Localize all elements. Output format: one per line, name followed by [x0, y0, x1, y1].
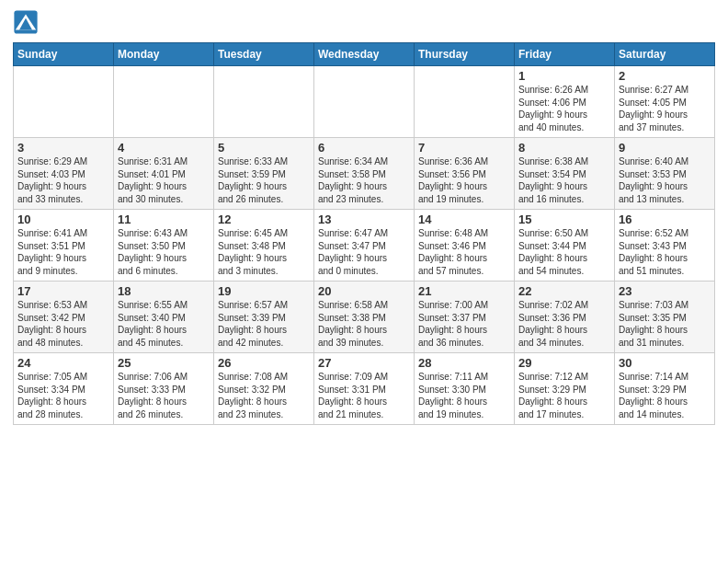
- calendar-cell: 17Sunrise: 6:53 AM Sunset: 3:42 PM Dayli…: [14, 282, 114, 353]
- day-info: Sunrise: 6:55 AM Sunset: 3:40 PM Dayligh…: [118, 299, 210, 349]
- calendar-cell: [214, 66, 314, 138]
- day-info: Sunrise: 6:27 AM Sunset: 4:05 PM Dayligh…: [619, 84, 711, 133]
- day-number: 25: [118, 356, 210, 370]
- day-info: Sunrise: 6:52 AM Sunset: 3:43 PM Dayligh…: [619, 227, 711, 277]
- calendar-cell: 6Sunrise: 6:34 AM Sunset: 3:58 PM Daylig…: [314, 138, 415, 210]
- calendar-header-monday: Monday: [114, 43, 214, 66]
- day-number: 1: [518, 69, 610, 83]
- day-number: 8: [518, 141, 610, 155]
- day-info: Sunrise: 6:50 AM Sunset: 3:44 PM Dayligh…: [518, 227, 610, 277]
- calendar-cell: 14Sunrise: 6:48 AM Sunset: 3:46 PM Dayli…: [415, 210, 515, 282]
- day-info: Sunrise: 6:40 AM Sunset: 3:53 PM Dayligh…: [619, 155, 711, 205]
- day-info: Sunrise: 7:11 AM Sunset: 3:30 PM Dayligh…: [418, 371, 510, 420]
- calendar-header-tuesday: Tuesday: [214, 43, 314, 66]
- day-info: Sunrise: 6:38 AM Sunset: 3:54 PM Dayligh…: [518, 155, 610, 205]
- calendar-cell: 10Sunrise: 6:41 AM Sunset: 3:51 PM Dayli…: [14, 210, 114, 282]
- calendar-cell: 25Sunrise: 7:06 AM Sunset: 3:33 PM Dayli…: [114, 353, 214, 425]
- calendar-cell: 18Sunrise: 6:55 AM Sunset: 3:40 PM Dayli…: [114, 282, 214, 353]
- day-info: Sunrise: 7:12 AM Sunset: 3:29 PM Dayligh…: [518, 371, 610, 420]
- calendar-header-thursday: Thursday: [415, 43, 515, 66]
- day-info: Sunrise: 7:02 AM Sunset: 3:36 PM Dayligh…: [518, 299, 610, 349]
- day-number: 3: [17, 141, 109, 155]
- calendar-header-friday: Friday: [515, 43, 615, 66]
- day-info: Sunrise: 6:36 AM Sunset: 3:56 PM Dayligh…: [418, 155, 510, 205]
- day-info: Sunrise: 6:33 AM Sunset: 3:59 PM Dayligh…: [218, 155, 310, 205]
- day-info: Sunrise: 6:31 AM Sunset: 4:01 PM Dayligh…: [118, 155, 210, 205]
- day-number: 5: [218, 141, 310, 155]
- day-info: Sunrise: 6:47 AM Sunset: 3:47 PM Dayligh…: [318, 227, 410, 277]
- calendar-cell: 28Sunrise: 7:11 AM Sunset: 3:30 PM Dayli…: [415, 353, 515, 425]
- calendar-cell: 27Sunrise: 7:09 AM Sunset: 3:31 PM Dayli…: [314, 353, 415, 425]
- calendar-header-row: SundayMondayTuesdayWednesdayThursdayFrid…: [14, 43, 715, 66]
- calendar-cell: [14, 66, 114, 138]
- calendar-cell: [114, 66, 214, 138]
- day-info: Sunrise: 7:06 AM Sunset: 3:33 PM Dayligh…: [118, 371, 210, 420]
- day-number: 21: [418, 284, 510, 298]
- calendar-week-1: 3Sunrise: 6:29 AM Sunset: 4:03 PM Daylig…: [14, 138, 715, 210]
- page-header: [13, 9, 715, 35]
- calendar-cell: 2Sunrise: 6:27 AM Sunset: 4:05 PM Daylig…: [615, 66, 715, 138]
- day-info: Sunrise: 7:00 AM Sunset: 3:37 PM Dayligh…: [418, 299, 510, 349]
- day-number: 19: [218, 284, 310, 298]
- calendar-header-wednesday: Wednesday: [314, 43, 415, 66]
- day-info: Sunrise: 7:14 AM Sunset: 3:29 PM Dayligh…: [619, 371, 711, 420]
- day-number: 23: [619, 284, 711, 298]
- day-number: 2: [619, 69, 711, 83]
- day-number: 13: [318, 213, 410, 226]
- day-number: 14: [418, 213, 510, 226]
- day-number: 26: [218, 356, 310, 370]
- calendar-cell: 22Sunrise: 7:02 AM Sunset: 3:36 PM Dayli…: [515, 282, 615, 353]
- calendar-cell: 24Sunrise: 7:05 AM Sunset: 3:34 PM Dayli…: [14, 353, 114, 425]
- calendar-cell: 30Sunrise: 7:14 AM Sunset: 3:29 PM Dayli…: [615, 353, 715, 425]
- calendar-header-sunday: Sunday: [14, 43, 114, 66]
- day-number: 4: [118, 141, 210, 155]
- day-number: 12: [218, 213, 310, 226]
- day-info: Sunrise: 6:45 AM Sunset: 3:48 PM Dayligh…: [218, 227, 310, 277]
- calendar-cell: 5Sunrise: 6:33 AM Sunset: 3:59 PM Daylig…: [214, 138, 314, 210]
- logo: [13, 9, 42, 35]
- day-number: 15: [518, 213, 610, 226]
- day-number: 16: [619, 213, 711, 226]
- day-info: Sunrise: 6:41 AM Sunset: 3:51 PM Dayligh…: [17, 227, 109, 277]
- calendar-cell: 9Sunrise: 6:40 AM Sunset: 3:53 PM Daylig…: [615, 138, 715, 210]
- calendar-week-2: 10Sunrise: 6:41 AM Sunset: 3:51 PM Dayli…: [14, 210, 715, 282]
- day-number: 9: [619, 141, 711, 155]
- calendar-cell: 13Sunrise: 6:47 AM Sunset: 3:47 PM Dayli…: [314, 210, 415, 282]
- day-info: Sunrise: 7:08 AM Sunset: 3:32 PM Dayligh…: [218, 371, 310, 420]
- day-number: 18: [118, 284, 210, 298]
- day-number: 29: [518, 356, 610, 370]
- day-info: Sunrise: 6:57 AM Sunset: 3:39 PM Dayligh…: [218, 299, 310, 349]
- logo-icon: [13, 9, 39, 35]
- calendar-cell: [415, 66, 515, 138]
- calendar-cell: 8Sunrise: 6:38 AM Sunset: 3:54 PM Daylig…: [515, 138, 615, 210]
- day-info: Sunrise: 6:43 AM Sunset: 3:50 PM Dayligh…: [118, 227, 210, 277]
- calendar-cell: [314, 66, 415, 138]
- calendar-cell: 23Sunrise: 7:03 AM Sunset: 3:35 PM Dayli…: [615, 282, 715, 353]
- calendar-header-saturday: Saturday: [615, 43, 715, 66]
- day-info: Sunrise: 7:03 AM Sunset: 3:35 PM Dayligh…: [619, 299, 711, 349]
- calendar-cell: 21Sunrise: 7:00 AM Sunset: 3:37 PM Dayli…: [415, 282, 515, 353]
- day-number: 7: [418, 141, 510, 155]
- day-info: Sunrise: 6:58 AM Sunset: 3:38 PM Dayligh…: [318, 299, 410, 349]
- day-number: 27: [318, 356, 410, 370]
- day-info: Sunrise: 7:05 AM Sunset: 3:34 PM Dayligh…: [17, 371, 109, 420]
- day-info: Sunrise: 6:29 AM Sunset: 4:03 PM Dayligh…: [17, 155, 109, 205]
- day-number: 30: [619, 356, 711, 370]
- calendar-cell: 16Sunrise: 6:52 AM Sunset: 3:43 PM Dayli…: [615, 210, 715, 282]
- day-number: 17: [17, 284, 109, 298]
- day-info: Sunrise: 7:09 AM Sunset: 3:31 PM Dayligh…: [318, 371, 410, 420]
- day-number: 22: [518, 284, 610, 298]
- calendar-cell: 12Sunrise: 6:45 AM Sunset: 3:48 PM Dayli…: [214, 210, 314, 282]
- calendar-cell: 29Sunrise: 7:12 AM Sunset: 3:29 PM Dayli…: [515, 353, 615, 425]
- calendar-cell: 26Sunrise: 7:08 AM Sunset: 3:32 PM Dayli…: [214, 353, 314, 425]
- calendar-cell: 20Sunrise: 6:58 AM Sunset: 3:38 PM Dayli…: [314, 282, 415, 353]
- calendar-cell: 11Sunrise: 6:43 AM Sunset: 3:50 PM Dayli…: [114, 210, 214, 282]
- calendar-week-0: 1Sunrise: 6:26 AM Sunset: 4:06 PM Daylig…: [14, 66, 715, 138]
- calendar-week-3: 17Sunrise: 6:53 AM Sunset: 3:42 PM Dayli…: [14, 282, 715, 353]
- day-info: Sunrise: 6:48 AM Sunset: 3:46 PM Dayligh…: [418, 227, 510, 277]
- calendar-cell: 7Sunrise: 6:36 AM Sunset: 3:56 PM Daylig…: [415, 138, 515, 210]
- day-number: 24: [17, 356, 109, 370]
- calendar-table: SundayMondayTuesdayWednesdayThursdayFrid…: [13, 42, 715, 425]
- calendar-cell: 4Sunrise: 6:31 AM Sunset: 4:01 PM Daylig…: [114, 138, 214, 210]
- day-number: 28: [418, 356, 510, 370]
